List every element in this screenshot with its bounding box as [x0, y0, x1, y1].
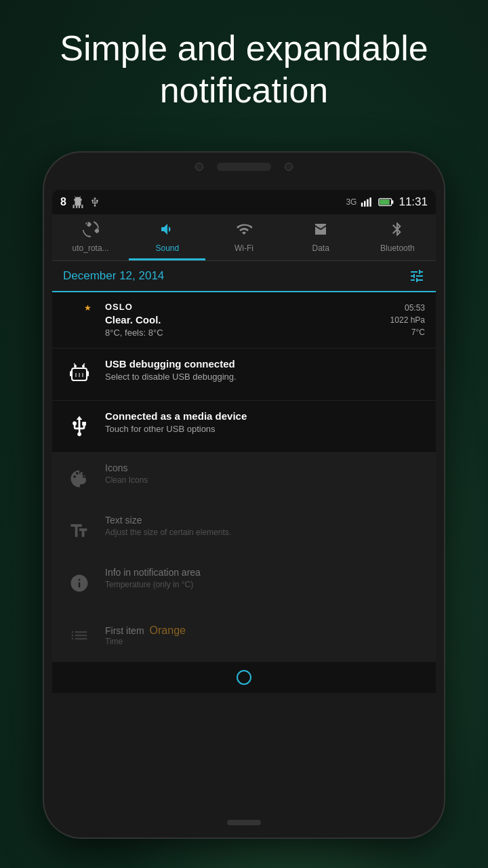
- notification-usb-media[interactable]: Connected as a media device Touch for ot…: [52, 401, 436, 453]
- first-item-content: First item Orange Time: [105, 625, 425, 646]
- usb-icon: [68, 415, 91, 438]
- notification-usb-debug[interactable]: USB debugging connected Select to disabl…: [52, 349, 436, 401]
- list-icon: [69, 625, 89, 646]
- text-size-subtitle: Adjust the size of certain elements.: [105, 528, 425, 537]
- phone-top-bar: [195, 163, 293, 171]
- tab-sound[interactable]: Sound: [129, 214, 205, 260]
- circle-dot: [237, 670, 251, 685]
- svg-text:★: ★: [84, 303, 92, 313]
- info-notif-title: Info in notification area: [105, 567, 425, 578]
- headline: Simple and expandable notification: [0, 27, 488, 112]
- notification-weather[interactable]: ★ OSLO Clear. Cool. 8°C, feels: 8°C 05:5…: [52, 292, 436, 349]
- camera-dot-right: [285, 163, 293, 171]
- wifi-icon: [236, 221, 252, 241]
- bottom-indicator: [52, 662, 436, 693]
- status-time: 11:31: [399, 195, 428, 209]
- settings-text-size-item[interactable]: Text size Adjust the size of certain ele…: [52, 505, 436, 557]
- icons-setting-title: Icons: [105, 462, 425, 473]
- weather-condition: Clear. Cool.: [105, 314, 390, 326]
- usb-media-title: Connected as a media device: [105, 410, 425, 422]
- weather-pressure: 1022 hPa: [390, 314, 425, 326]
- svg-rect-14: [87, 371, 89, 376]
- tab-auto-rotate[interactable]: uto_rota...: [52, 214, 129, 260]
- usb-debug-icon: [63, 358, 96, 391]
- usb-debug-subtitle: Select to disable USB debugging.: [105, 372, 425, 382]
- settings-first-item[interactable]: First item Orange Time: [52, 610, 436, 662]
- tab-bluetooth[interactable]: Bluetooth: [359, 214, 436, 260]
- format-size-icon: [69, 521, 89, 541]
- android-icon: [72, 196, 84, 208]
- phone-frame: 8 3G: [44, 153, 444, 837]
- weather-content: OSLO Clear. Cool. 8°C, feels: 8°C: [105, 302, 390, 338]
- weather-city: OSLO: [105, 302, 390, 312]
- settings-icons-item[interactable]: Icons Clean Icons: [52, 453, 436, 505]
- first-item-value: Orange: [150, 625, 186, 637]
- weather-time: 05:53: [390, 302, 425, 314]
- svg-rect-2: [367, 199, 369, 207]
- battery-icon: [378, 197, 394, 208]
- usb-status-icon: [89, 197, 100, 208]
- signal-bars-icon: [361, 197, 374, 208]
- notification-list: ★ OSLO Clear. Cool. 8°C, feels: 8°C 05:5…: [52, 292, 436, 453]
- palette-icon: [69, 469, 89, 489]
- usb-media-subtitle: Touch for other USB options: [105, 424, 425, 434]
- tab-data-label: Data: [312, 243, 329, 253]
- weather-temp: 8°C, feels: 8°C: [105, 328, 390, 338]
- status-bar: 8 3G: [52, 190, 436, 214]
- camera-dot: [195, 163, 203, 171]
- svg-line-11: [74, 363, 75, 365]
- tab-bluetooth-label: Bluetooth: [380, 243, 415, 253]
- first-item-icon: [63, 619, 96, 652]
- svg-rect-1: [364, 201, 366, 206]
- sound-icon: [159, 221, 176, 241]
- settings-sliders-icon[interactable]: [409, 268, 425, 284]
- status-right: 3G 11:31: [346, 195, 428, 209]
- usb-debug-title: USB debugging connected: [105, 358, 425, 370]
- headline-line1: Simple and expandable: [60, 28, 428, 68]
- weather-moon-icon: ★: [64, 302, 95, 334]
- first-item-subtitle: Time: [105, 637, 425, 646]
- headline-line2: notification: [160, 71, 329, 110]
- tab-wifi[interactable]: Wi-Fi: [205, 214, 282, 260]
- status-left: 8: [60, 196, 100, 208]
- dimmed-settings-section: Icons Clean Icons Text size Adjust the s…: [52, 453, 436, 662]
- svg-rect-6: [392, 200, 394, 203]
- icons-setting-icon: [63, 462, 96, 495]
- first-item-label: First item: [105, 625, 144, 636]
- date-text: December 12, 2014: [63, 269, 164, 283]
- info-notif-icon: [63, 567, 96, 599]
- data-icon: [312, 221, 329, 241]
- phone-home-bar: [227, 820, 261, 825]
- svg-rect-0: [361, 203, 363, 207]
- weather-feels: 7°C: [390, 326, 425, 338]
- bluetooth-icon: [389, 221, 405, 241]
- android-debug-icon: [66, 361, 92, 387]
- svg-line-12: [83, 363, 85, 365]
- text-size-content: Text size Adjust the size of certain ele…: [105, 515, 425, 537]
- text-size-title: Text size: [105, 515, 425, 526]
- phone-screen: 8 3G: [52, 190, 436, 800]
- tab-sound-label: Sound: [155, 243, 179, 253]
- speaker-grille: [217, 163, 271, 171]
- svg-point-9: [74, 365, 77, 368]
- weather-icon-container: ★: [63, 302, 96, 334]
- auto-rotate-icon: [83, 221, 99, 241]
- notification-number: 8: [60, 196, 66, 208]
- info-icon: [69, 573, 89, 593]
- text-size-icon: [63, 515, 96, 547]
- svg-rect-5: [380, 199, 390, 205]
- settings-info-notif-item[interactable]: Info in notification area Temperature (o…: [52, 557, 436, 610]
- svg-rect-13: [70, 371, 72, 376]
- tab-data[interactable]: Data: [283, 214, 359, 260]
- tab-auto-rotate-label: uto_rota...: [73, 243, 109, 253]
- icons-setting-subtitle: Clean Icons: [105, 475, 425, 485]
- date-bar: December 12, 2014: [52, 261, 436, 292]
- svg-point-10: [82, 365, 85, 368]
- quick-settings-tabs: uto_rota... Sound Wi-Fi: [52, 214, 436, 261]
- info-notif-content: Info in notification area Temperature (o…: [105, 567, 425, 589]
- usb-debug-content: USB debugging connected Select to disabl…: [105, 358, 425, 382]
- tab-wifi-label: Wi-Fi: [235, 243, 253, 253]
- svg-rect-3: [370, 197, 372, 206]
- info-notif-subtitle: Temperature (only in °C): [105, 580, 425, 589]
- signal-text: 3G: [346, 197, 357, 207]
